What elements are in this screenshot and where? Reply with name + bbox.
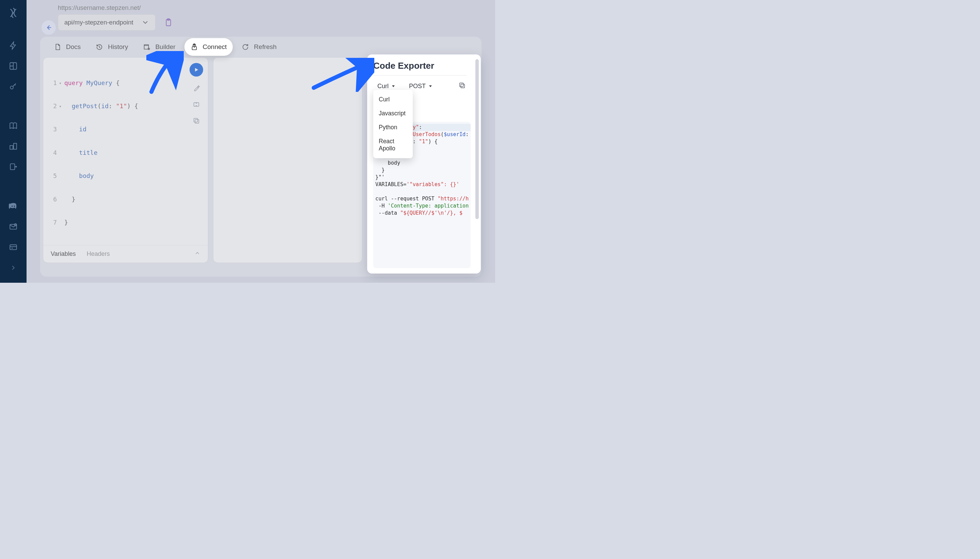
refresh-button[interactable]: Refresh <box>235 38 283 56</box>
nav-book-icon[interactable] <box>5 117 22 135</box>
svg-point-6 <box>14 205 15 207</box>
chevron-down-icon <box>142 19 149 26</box>
merge-button[interactable] <box>192 100 201 109</box>
endpoint-name: api/my-stepzen-endpoint <box>64 19 133 26</box>
endpoint-url: https://username.stepzen.net/ <box>58 4 175 12</box>
prettify-button[interactable] <box>192 83 201 93</box>
footer-collapse-button[interactable] <box>194 250 200 258</box>
history-label: History <box>108 43 128 51</box>
method-dropdown[interactable]: POST <box>409 83 433 90</box>
docs-button[interactable]: Docs <box>48 38 87 56</box>
editor-footer: Variables Headers <box>43 245 208 263</box>
lang-option-javascript[interactable]: Javascript <box>373 106 413 121</box>
run-button[interactable] <box>190 63 203 76</box>
results-pane <box>213 57 362 263</box>
refresh-label: Refresh <box>254 43 277 51</box>
method-selected: POST <box>409 83 426 90</box>
svg-point-5 <box>12 205 13 207</box>
refresh-icon <box>241 43 249 51</box>
stepzen-logo <box>5 4 22 22</box>
variables-tab[interactable]: Variables <box>51 250 76 258</box>
svg-rect-2 <box>10 146 13 149</box>
svg-rect-9 <box>10 245 17 250</box>
chevron-up-icon <box>194 250 200 256</box>
code-exporter-panel: Code Exporter Curl POST Curl Javascript … <box>367 55 481 273</box>
merge-icon <box>193 101 200 108</box>
lang-option-curl[interactable]: Curl <box>373 93 413 106</box>
lang-option-python[interactable]: Python <box>373 121 413 134</box>
copy-icon <box>193 117 200 124</box>
back-button[interactable] <box>41 20 56 35</box>
nav-card-icon[interactable] <box>5 238 22 256</box>
copy-query-button[interactable] <box>192 116 201 126</box>
builder-label: Builder <box>155 43 175 51</box>
toolbar: Docs History Builder Connect Refresh <box>40 37 481 57</box>
code-area[interactable]: 1▾ 2▾ 3 4 5 6 7 query MyQuery { getPost(… <box>43 64 208 243</box>
exporter-controls: Curl POST <box>377 82 476 91</box>
sparkle-icon <box>193 84 200 92</box>
svg-rect-3 <box>13 143 17 149</box>
exporter-title: Code Exporter <box>373 61 476 71</box>
share-icon <box>190 43 198 51</box>
copy-endpoint-button[interactable] <box>162 16 175 29</box>
lang-option-react-apollo[interactable]: React Apollo <box>373 134 413 155</box>
builder-button[interactable]: Builder <box>137 38 181 56</box>
history-button[interactable]: History <box>89 38 134 56</box>
svg-rect-15 <box>195 119 199 123</box>
nav-mail-icon[interactable] <box>5 218 22 235</box>
nav-key-icon[interactable] <box>5 78 22 95</box>
caret-down-icon <box>428 84 433 88</box>
language-menu: Curl Javascript Python React Apollo <box>373 90 413 158</box>
svg-rect-18 <box>460 83 463 87</box>
history-icon <box>96 43 103 51</box>
nav-discord-icon[interactable] <box>5 197 22 215</box>
divider <box>373 75 466 76</box>
code-body: query MyQuery { getPost(id: "1") { id ti… <box>64 64 187 242</box>
header: https://username.stepzen.net/ api/my-ste… <box>40 4 175 31</box>
nav-layout-icon[interactable] <box>5 57 22 75</box>
nav-bolt-icon[interactable] <box>5 37 22 55</box>
docs-icon <box>54 43 61 51</box>
nav-collapse-icon[interactable] <box>5 259 22 276</box>
svg-rect-17 <box>461 84 464 88</box>
headers-tab[interactable]: Headers <box>87 250 110 258</box>
svg-point-1 <box>10 86 13 89</box>
left-nav <box>0 0 26 283</box>
endpoint-selector[interactable]: api/my-stepzen-endpoint <box>58 14 155 31</box>
editor-side-actions <box>190 63 203 126</box>
line-gutter: 1▾ 2▾ 3 4 5 6 7 <box>43 64 59 242</box>
copy-code-button[interactable] <box>458 82 466 91</box>
copy-icon <box>458 82 466 89</box>
language-dropdown[interactable]: Curl <box>377 83 395 90</box>
nav-blocks-icon[interactable] <box>5 137 22 155</box>
svg-point-12 <box>148 48 150 50</box>
svg-rect-4 <box>10 164 15 169</box>
play-icon <box>193 67 199 73</box>
clipboard-icon <box>164 18 173 27</box>
exporter-scrollbar[interactable] <box>475 59 479 219</box>
caret-down-icon <box>391 84 395 88</box>
language-selected: Curl <box>377 83 388 90</box>
builder-icon <box>143 43 150 51</box>
svg-rect-16 <box>194 118 198 122</box>
docs-label: Docs <box>66 43 81 51</box>
query-editor[interactable]: 1▾ 2▾ 3 4 5 6 7 query MyQuery { getPost(… <box>43 57 208 263</box>
nav-export-icon[interactable] <box>5 158 22 175</box>
connect-button[interactable]: Connect <box>184 38 233 56</box>
connect-label: Connect <box>203 43 227 51</box>
